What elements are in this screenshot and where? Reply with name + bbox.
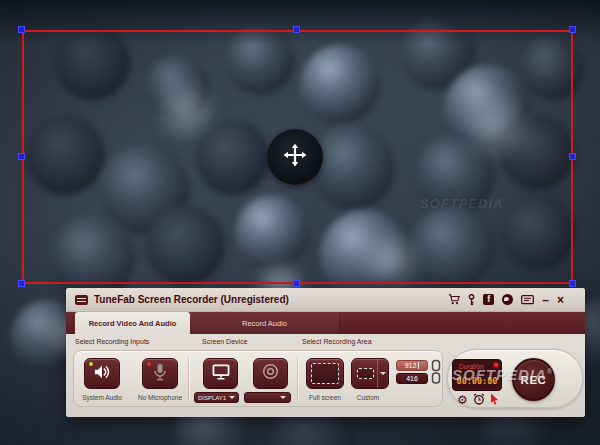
chevron-down-icon <box>280 396 286 399</box>
full-screen-area-icon <box>311 363 339 384</box>
microphone-label: No Microphone <box>138 394 182 401</box>
selection-handle-bottom-right[interactable] <box>569 280 576 287</box>
link-ratio-icon[interactable] <box>431 359 441 389</box>
record-capsule: Duration 00:00:00 ⚙ <box>447 349 583 408</box>
chevron-down-icon <box>229 396 235 399</box>
facebook-icon[interactable]: f <box>483 294 494 305</box>
selection-handle-bottom-center[interactable] <box>293 280 300 287</box>
display-select[interactable]: DISPLAY1 <box>194 392 239 403</box>
window-title: TuneFab Screen Recorder (Unregistered) <box>94 294 289 305</box>
full-screen-label: Full screen <box>309 394 341 401</box>
window-content: Select Recording Inputs Screen Device Se… <box>66 334 585 417</box>
webcam-icon <box>262 363 279 384</box>
close-button[interactable]: × <box>557 294 564 306</box>
microphone-button[interactable] <box>142 358 178 389</box>
webcam-select[interactable] <box>244 392 291 403</box>
divider <box>297 357 298 399</box>
tab-record-audio[interactable]: Record Audio <box>190 312 340 334</box>
duration-value: 00:00:00 <box>453 376 501 386</box>
display-button[interactable] <box>203 358 238 389</box>
divider <box>188 357 189 399</box>
system-audio-status-dot <box>89 362 93 366</box>
microphone-icon <box>153 363 167 385</box>
selection-handle-bottom-left[interactable] <box>18 280 25 287</box>
move-selection-button[interactable] <box>267 129 323 185</box>
recording-led <box>494 363 498 367</box>
community-icon[interactable] <box>502 294 513 305</box>
selection-handle-top-center[interactable] <box>293 26 300 33</box>
display-select-value: DISPLAY1 <box>198 395 226 401</box>
section-label-recording-inputs: Select Recording Inputs <box>75 338 149 345</box>
rec-button[interactable]: REC <box>512 358 555 401</box>
timer-clock-icon[interactable] <box>473 391 485 409</box>
custom-area-icon <box>357 368 374 379</box>
system-audio-button[interactable] <box>84 358 120 389</box>
tab-record-video-audio[interactable]: Record Video And Audio <box>75 312 190 334</box>
selection-handle-mid-right[interactable] <box>569 153 576 160</box>
tab-bar: Record Video And Audio Record Audio <box>66 312 585 334</box>
register-key-icon[interactable] <box>468 294 475 306</box>
selection-handle-top-right[interactable] <box>569 26 576 33</box>
speaker-icon <box>93 364 111 384</box>
feedback-icon[interactable] <box>521 295 534 305</box>
move-icon <box>282 142 308 172</box>
system-audio-label: System Audio <box>82 394 122 401</box>
section-label-screen-device: Screen Device <box>202 338 248 345</box>
app-logo-icon <box>75 295 88 305</box>
app-window: TuneFab Screen Recorder (Unregistered) f… <box>66 288 585 417</box>
duration-display: Duration 00:00:00 <box>452 359 502 391</box>
webcam-button[interactable] <box>253 358 288 389</box>
settings-gear-icon[interactable]: ⚙ <box>457 394 468 406</box>
window-titlebar[interactable]: TuneFab Screen Recorder (Unregistered) f… <box>66 288 585 312</box>
custom-area-dropdown[interactable] <box>377 359 388 388</box>
section-label-recording-area: Select Recording Area <box>302 338 372 345</box>
chevron-down-icon <box>380 372 386 375</box>
height-input[interactable]: 416 <box>396 373 428 384</box>
store-cart-icon[interactable] <box>448 294 460 305</box>
monitor-icon <box>212 364 230 384</box>
controls-group: System Audio No Microphone <box>73 350 443 407</box>
microphone-status-dot <box>147 362 151 366</box>
width-input[interactable]: 912 <box>396 360 428 371</box>
custom-area-button[interactable] <box>351 358 389 389</box>
custom-label: Custom <box>357 394 379 401</box>
selection-handle-mid-left[interactable] <box>18 153 25 160</box>
selection-handle-top-left[interactable] <box>18 26 25 33</box>
duration-label: Duration <box>459 363 484 370</box>
cursor-toggle-icon[interactable] <box>490 391 499 409</box>
minimize-button[interactable]: – <box>542 294 549 306</box>
full-screen-button[interactable] <box>306 358 344 389</box>
